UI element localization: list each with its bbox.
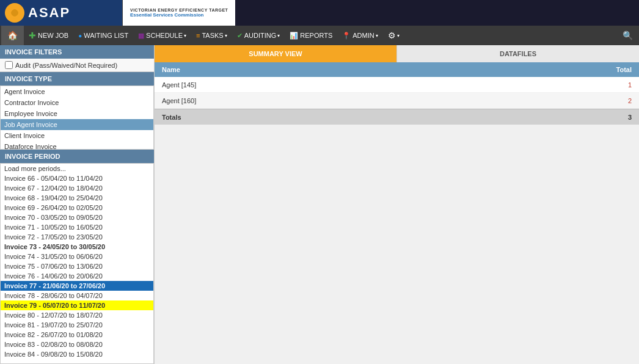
nav-admin[interactable]: 📍 ADMIN ▾: [337, 26, 382, 45]
audit-filter-checkbox[interactable]: [5, 61, 13, 69]
header: ASAP VICTORIAN ENERGY EFFICIENCY TARGET …: [0, 0, 639, 26]
audit-filter-label: Audit (Pass/Waived/Not Required): [15, 62, 117, 69]
nav-admin-label: ADMIN: [352, 32, 374, 39]
nav-new-job-label: NEW JOB: [38, 32, 68, 39]
tasks-icon: ≡: [196, 32, 200, 39]
navbar: 🏠 ✚ NEW JOB ● WAITING LIST ▦ SCHEDULE ▾ …: [0, 26, 639, 45]
invoice-period-list: Load more periods...Invoice 66 - 05/04/2…: [0, 163, 154, 364]
auditing-icon: ✔: [237, 32, 243, 40]
invoice-period-item-inv81[interactable]: Invoice 81 - 19/07/20 to 25/07/20: [1, 320, 153, 330]
invoice-period-item-inv80[interactable]: Invoice 80 - 12/07/20 to 18/07/20: [1, 310, 153, 320]
logo-icon: [5, 3, 24, 23]
invoice-period-item-inv73[interactable]: Invoice 73 - 24/05/20 to 30/05/20: [1, 242, 153, 252]
waiting-list-icon: ●: [78, 32, 82, 39]
table-header: Name Total: [155, 62, 639, 77]
nav-home[interactable]: 🏠: [1, 26, 24, 45]
nav-auditing-label: AUDITING: [244, 32, 277, 39]
invoice-period-item-load-more[interactable]: Load more periods...: [1, 164, 153, 173]
table-totals-value: 3: [566, 114, 639, 121]
schedule-icon: ▦: [138, 32, 144, 40]
nav-schedule-label: SCHEDULE: [146, 32, 183, 39]
invoice-period-item-inv69[interactable]: Invoice 69 - 26/04/20 to 02/05/20: [1, 203, 153, 213]
table-cell-name: Agent [145]: [155, 81, 566, 89]
invoice-type-item-job-agent[interactable]: Job Agent Invoice: [1, 119, 153, 130]
nav-reports-label: REPORTS: [300, 32, 332, 39]
invoice-type-item-dataforce[interactable]: Dataforce Invoice: [1, 141, 153, 150]
main-layout: INVOICE FILTERS Audit (Pass/Waived/Not R…: [0, 45, 639, 364]
nav-search[interactable]: 🔍: [618, 26, 638, 45]
col-total-header: Total: [566, 66, 639, 73]
schedule-arrow: ▾: [184, 33, 186, 38]
invoice-type-list: Agent InvoiceContractor InvoiceEmployee …: [0, 86, 154, 150]
new-job-icon: ✚: [29, 31, 36, 40]
tab-summary-view-label: SUMMARY VIEW: [249, 50, 302, 57]
table-totals-row: Totals3: [155, 109, 639, 125]
admin-icon: 📍: [342, 32, 351, 40]
logo-area: ASAP: [0, 0, 122, 26]
nav-auditing[interactable]: ✔ AUDITING ▾: [232, 26, 285, 45]
vic-logo: VICTORIAN ENERGY EFFICIENCY TARGET Essen…: [122, 0, 235, 26]
reports-icon: 📊: [290, 32, 298, 40]
tab-bar: SUMMARY VIEW DATAFILES: [155, 45, 639, 62]
invoice-period-item-inv67[interactable]: Invoice 67 - 12/04/20 to 18/04/20: [1, 183, 153, 193]
tab-datafiles-label: DATAFILES: [500, 50, 536, 57]
nav-waiting-list[interactable]: ● WAITING LIST: [73, 26, 133, 45]
invoice-period-item-inv76[interactable]: Invoice 76 - 14/06/20 to 20/06/20: [1, 271, 153, 281]
home-icon: 🏠: [7, 31, 18, 40]
invoice-period-item-inv77[interactable]: Invoice 77 - 21/06/20 to 27/06/20: [1, 281, 153, 291]
audit-filter: Audit (Pass/Waived/Not Required): [5, 61, 149, 69]
invoice-period-item-inv84[interactable]: Invoice 84 - 09/08/20 to 15/08/20: [1, 349, 153, 359]
tasks-arrow: ▾: [225, 33, 227, 38]
invoice-type-item-employee[interactable]: Employee Invoice: [1, 108, 153, 119]
invoice-period-item-inv79[interactable]: Invoice 79 - 05/07/20 to 11/07/20: [1, 300, 153, 310]
invoice-type-item-agent[interactable]: Agent Invoice: [1, 86, 153, 97]
invoice-type-header: INVOICE TYPE: [0, 72, 154, 86]
invoice-period-item-inv75[interactable]: Invoice 75 - 07/06/20 to 13/06/20: [1, 261, 153, 271]
invoice-filters-header: INVOICE FILTERS: [0, 45, 154, 59]
search-icon: 🔍: [623, 31, 633, 40]
nav-waiting-label: WAITING LIST: [84, 32, 128, 39]
invoice-period-item-inv83[interactable]: Invoice 83 - 02/08/20 to 08/08/20: [1, 340, 153, 349]
vic-logo-esc: Essential Services Commission: [130, 12, 204, 18]
nav-settings[interactable]: ⚙ ▾: [383, 26, 404, 45]
admin-arrow: ▾: [376, 33, 378, 38]
nav-reports[interactable]: 📊 REPORTS: [285, 26, 337, 45]
table-row: Agent [160]2: [155, 93, 639, 109]
table-body: Agent [145]1Agent [160]2Totals3: [155, 77, 639, 125]
nav-tasks-label: TASKS: [202, 32, 223, 39]
nav-new-job[interactable]: ✚ NEW JOB: [24, 26, 73, 45]
tab-datafiles[interactable]: DATAFILES: [396, 45, 639, 62]
invoice-period-item-inv70[interactable]: Invoice 70 - 03/05/20 to 09/05/20: [1, 213, 153, 222]
tab-summary-view[interactable]: SUMMARY VIEW: [155, 45, 396, 62]
table-cell-name: Agent [160]: [155, 97, 566, 104]
table-cell-total: 1: [566, 81, 639, 89]
settings-icon: ⚙: [388, 31, 396, 40]
invoice-period-item-inv78[interactable]: Invoice 78 - 28/06/20 to 04/07/20: [1, 291, 153, 300]
col-name-header: Name: [155, 66, 566, 73]
invoice-type-item-contractor[interactable]: Contractor Invoice: [1, 97, 153, 108]
auditing-arrow: ▾: [277, 33, 280, 38]
sidebar: INVOICE FILTERS Audit (Pass/Waived/Not R…: [0, 45, 155, 364]
table-row: Agent [145]1: [155, 77, 639, 93]
table-totals-label: Totals: [155, 114, 566, 121]
table-cell-total: 2: [566, 97, 639, 104]
content-area: SUMMARY VIEW DATAFILES Name Total Agent …: [155, 45, 639, 364]
vic-logo-top: VICTORIAN ENERGY EFFICIENCY TARGET: [130, 8, 228, 12]
invoice-period-item-inv66[interactable]: Invoice 66 - 05/04/20 to 11/04/20: [1, 173, 153, 183]
invoice-period-item-inv74[interactable]: Invoice 74 - 31/05/20 to 06/06/20: [1, 252, 153, 261]
nav-schedule[interactable]: ▦ SCHEDULE ▾: [133, 26, 191, 45]
invoice-period-header: INVOICE PERIOD: [0, 150, 154, 163]
invoice-period-item-inv68[interactable]: Invoice 68 - 19/04/20 to 25/04/20: [1, 193, 153, 203]
invoice-type-item-client[interactable]: Client Invoice: [1, 130, 153, 141]
settings-arrow: ▾: [397, 33, 400, 38]
filters-content: Audit (Pass/Waived/Not Required): [0, 59, 154, 72]
invoice-period-item-inv72[interactable]: Invoice 72 - 17/05/20 to 23/05/20: [1, 232, 153, 242]
nav-tasks[interactable]: ≡ TASKS ▾: [191, 26, 232, 45]
logo-text: ASAP: [28, 5, 70, 21]
invoice-period-item-inv82[interactable]: Invoice 82 - 26/07/20 to 01/08/20: [1, 330, 153, 340]
invoice-period-item-inv71[interactable]: Invoice 71 - 10/05/20 to 16/05/20: [1, 222, 153, 232]
